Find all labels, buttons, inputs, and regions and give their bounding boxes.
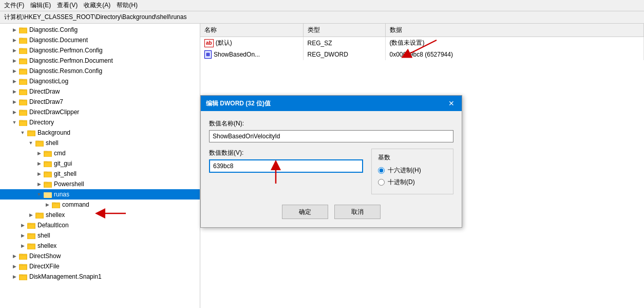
table-row[interactable]: ab (默认) REG_SZ (数值未设置) — [200, 37, 644, 49]
tree-item[interactable]: DirectDraw — [0, 86, 200, 97]
tree-item-gitgui[interactable]: git_gui — [0, 158, 200, 169]
folder-icon — [18, 118, 28, 126]
value-field-label: 数值数据(V): — [209, 149, 363, 157]
tree-item[interactable]: DiagnosticLog — [0, 76, 200, 86]
tree-label: Diagnostic.Resmon.Config — [29, 67, 102, 75]
ok-button[interactable]: 确定 — [282, 205, 328, 219]
reg-name-default: ab (默认) — [200, 37, 303, 49]
dialog-close-button[interactable]: ✕ — [446, 98, 457, 108]
svg-rect-62 — [28, 234, 35, 239]
folder-icon — [18, 36, 28, 44]
tree-item[interactable]: DirectDraw7 — [0, 97, 200, 107]
menu-view[interactable]: 查看(V) — [57, 1, 78, 10]
base-selector: 基数 十六进制(H) 十进制(D) — [371, 149, 453, 194]
tree-item[interactable]: Diagnostic.Perfmon.Config — [0, 45, 200, 56]
tree-label: shellex — [46, 211, 65, 219]
tree-item-background[interactable]: Background — [0, 128, 200, 138]
tree-item[interactable]: Diagnostic.Perfmon.Document — [0, 56, 200, 66]
tree-item[interactable]: DirectDrawClipper — [0, 107, 200, 117]
folder-icon — [27, 129, 36, 137]
radio-dec[interactable] — [378, 179, 385, 186]
tree-item-defaulticon[interactable]: DefaultIcon — [0, 220, 200, 230]
registry-table: 名称 类型 数据 ab (默认) REG_SZ (数值未设置) — [200, 24, 644, 60]
tree-label-directory: Directory — [29, 119, 54, 126]
tree-item-cmd[interactable]: cmd — [0, 148, 200, 158]
tree-item-directshow[interactable]: DirectShow — [0, 251, 200, 261]
tree-label: DefaultIcon — [37, 222, 69, 229]
tree-label: DirectDrawClipper — [29, 108, 79, 116]
tree-item-command[interactable]: command — [0, 200, 200, 210]
menu-favorites[interactable]: 收藏夹(A) — [84, 1, 110, 10]
tree-item-shell[interactable]: shell — [0, 138, 200, 148]
tree-arrow — [10, 79, 18, 84]
tree-item-runas[interactable]: runas — [0, 189, 200, 200]
folder-icon — [18, 252, 28, 260]
tree-item-gitshell[interactable]: git_shell — [0, 169, 200, 179]
tree-item[interactable]: Diagnostic.Config — [0, 25, 200, 35]
tree-item-shellex2[interactable]: shellex — [0, 241, 200, 251]
tree-arrow — [10, 110, 18, 115]
dialog-title: 编辑 DWORD (32 位)值 — [206, 99, 271, 108]
tree-arrow — [10, 68, 18, 74]
radio-hex[interactable] — [378, 167, 385, 174]
tree-item-directory[interactable]: Directory — [0, 117, 200, 128]
tree-item[interactable]: Diagnostic.Document — [0, 35, 200, 45]
tree-label: DiskManagement.Snapin1 — [29, 273, 102, 280]
folder-icon — [18, 273, 28, 281]
name-input[interactable] — [209, 130, 453, 142]
tree-arrow — [10, 27, 18, 32]
tree-arrow-background — [18, 130, 27, 135]
ab-icon: ab — [204, 39, 214, 47]
base-title: 基数 — [378, 153, 447, 162]
tree-label: Diagnostic.Perfmon.Document — [29, 57, 113, 64]
value-input[interactable] — [209, 159, 363, 173]
tree-label-background: Background — [37, 129, 70, 136]
radio-hex-option[interactable]: 十六进制(H) — [378, 166, 447, 175]
tree-arrow — [35, 182, 43, 187]
tree-label: DirectShow — [29, 252, 61, 260]
tree-item-shell2[interactable]: shell — [0, 230, 200, 241]
name-field-label: 数值名称(N): — [209, 119, 453, 128]
tree-item-diskmanagement[interactable]: DiskManagement.Snapin1 — [0, 271, 200, 282]
tree-item-shellex[interactable]: shellex — [0, 210, 200, 220]
folder-icon — [35, 139, 44, 147]
folder-icon — [27, 221, 36, 229]
col-type[interactable]: 类型 — [303, 24, 385, 37]
svg-rect-35 — [36, 142, 43, 147]
tree-label: DirectDraw7 — [29, 98, 63, 105]
radio-dec-option[interactable]: 十进制(D) — [378, 178, 447, 187]
tree-item-directxfile[interactable]: DirectXFile — [0, 261, 200, 271]
tree-panel[interactable]: Diagnostic.Config Diagnostic.Document Di… — [0, 24, 200, 308]
menu-file[interactable]: 文件(F) — [4, 1, 24, 10]
tree-label: Diagnostic.Document — [29, 37, 88, 44]
folder-icon — [18, 57, 28, 65]
menu-edit[interactable]: 编辑(E) — [30, 1, 51, 10]
col-name[interactable]: 名称 — [200, 24, 303, 37]
svg-rect-47 — [44, 183, 51, 188]
tree-label-shell: shell — [46, 139, 59, 147]
folder-icon — [43, 149, 52, 157]
folder-icon — [18, 108, 28, 116]
radio-hex-label[interactable]: 十六进制(H) — [388, 166, 421, 175]
table-row[interactable]: ⊞ ShowBasedOn... REG_DWORD 0x00639bc8 (6… — [200, 49, 644, 60]
tree-item[interactable]: Diagnostic.Resmon.Config — [0, 66, 200, 76]
svg-rect-32 — [28, 132, 35, 136]
dialog-body: 数值名称(N): 数值数据(V): 基数 十六进制(H) — [201, 111, 462, 227]
menu-bar: 文件(F) 编辑(E) 查看(V) 收藏夹(A) 帮助(H) — [0, 0, 644, 11]
folder-icon — [43, 170, 52, 178]
col-data[interactable]: 数据 — [385, 24, 644, 37]
svg-rect-68 — [20, 255, 27, 260]
tree-item-powershell[interactable]: Powershell — [0, 179, 200, 189]
tree-label: DirectDraw — [29, 88, 60, 95]
cancel-button[interactable]: 取消 — [334, 205, 381, 219]
edit-dword-dialog: 编辑 DWORD (32 位)值 ✕ 数值名称(N): 数值数据(V): 基数 — [200, 95, 462, 228]
tree-arrow-directory — [10, 120, 18, 125]
folder-icon — [18, 26, 28, 34]
tree-arrow — [27, 212, 35, 218]
menu-help[interactable]: 帮助(H) — [117, 1, 138, 10]
folder-icon — [18, 77, 28, 85]
svg-rect-29 — [20, 121, 27, 126]
svg-rect-44 — [44, 173, 51, 177]
radio-dec-label[interactable]: 十进制(D) — [388, 178, 415, 187]
tree-arrow-shell — [27, 140, 35, 146]
